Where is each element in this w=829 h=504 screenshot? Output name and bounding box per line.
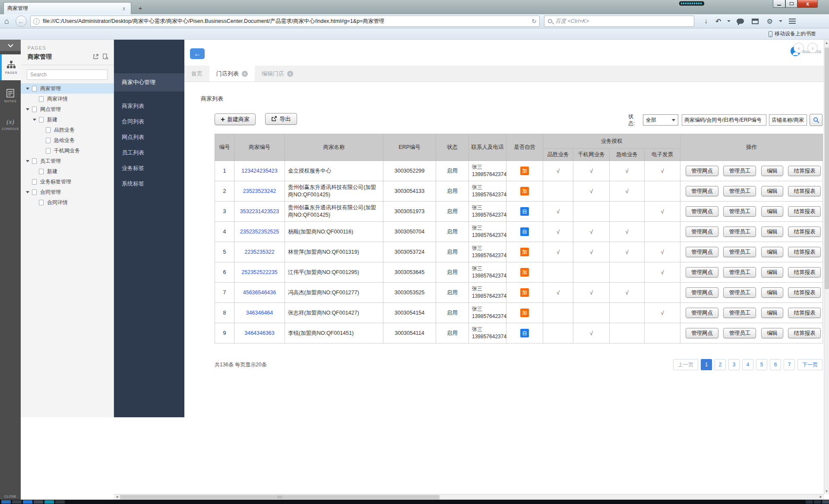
page-info-icon[interactable]: i bbox=[33, 18, 40, 25]
pagination-button[interactable]: 6 bbox=[770, 359, 781, 370]
manage-staff-button[interactable]: 管理员工 bbox=[723, 247, 756, 257]
collapse-panel-button[interactable] bbox=[0, 40, 21, 51]
tabs-next-icon[interactable]: › bbox=[807, 43, 818, 53]
home-icon[interactable]: ⌂ bbox=[4, 17, 16, 26]
refresh-page-icon[interactable] bbox=[102, 54, 108, 61]
scroll-left-icon[interactable]: ◄ bbox=[114, 495, 120, 500]
edit-button[interactable]: 编辑 bbox=[761, 328, 783, 338]
expand-arrow-icon[interactable] bbox=[26, 160, 32, 162]
expand-arrow-icon[interactable] bbox=[40, 129, 46, 131]
pagination-button[interactable]: 上一页 bbox=[673, 359, 698, 370]
sidebar-menu-item[interactable]: 业务标签 bbox=[114, 161, 184, 176]
merchant-no-link[interactable]: 3532231423523 bbox=[234, 202, 285, 222]
expand-arrow-icon[interactable] bbox=[33, 119, 39, 121]
browser-tab[interactable]: 商家管理 x bbox=[3, 2, 131, 14]
manage-outlets-button[interactable]: 管理网点 bbox=[686, 206, 718, 217]
scroll-down-icon[interactable]: ▼ bbox=[824, 488, 829, 494]
shop-name-input[interactable] bbox=[769, 114, 807, 126]
manage-outlets-button[interactable]: 管理网点 bbox=[686, 308, 718, 318]
tree-item[interactable]: 千机网业务 bbox=[21, 145, 114, 156]
pagination-button[interactable]: 4 bbox=[742, 359, 753, 370]
manage-outlets-button[interactable]: 管理网点 bbox=[686, 287, 718, 298]
horizontal-scroll-thumb[interactable] bbox=[120, 495, 440, 499]
scroll-up-icon[interactable]: ▲ bbox=[824, 40, 829, 46]
manage-outlets-button[interactable]: 管理网点 bbox=[686, 186, 718, 196]
manage-outlets-button[interactable]: 管理网点 bbox=[686, 328, 718, 338]
settlement-report-button[interactable]: 结算报表 bbox=[788, 328, 821, 338]
chevron-down-icon[interactable] bbox=[727, 20, 731, 22]
manage-staff-button[interactable]: 管理员工 bbox=[723, 186, 756, 196]
merchant-no-link[interactable]: 2235235322 bbox=[234, 242, 285, 262]
edit-button[interactable]: 编辑 bbox=[761, 247, 783, 257]
settlement-report-button[interactable]: 结算报表 bbox=[788, 186, 821, 196]
tree-item[interactable]: 业务标签管理 bbox=[21, 176, 114, 187]
edit-button[interactable]: 编辑 bbox=[761, 308, 783, 318]
settlement-report-button[interactable]: 结算报表 bbox=[788, 308, 821, 318]
settlement-report-button[interactable]: 结算报表 bbox=[788, 287, 821, 298]
open-in-new-icon[interactable] bbox=[93, 54, 99, 61]
manage-outlets-button[interactable]: 管理网点 bbox=[686, 267, 718, 277]
chat-icon[interactable] bbox=[737, 19, 744, 24]
reload-icon[interactable]: ↻ bbox=[532, 18, 537, 25]
merchant-no-link[interactable]: 123424235423 bbox=[234, 161, 285, 181]
tab-close-icon[interactable]: x bbox=[242, 71, 248, 77]
expand-arrow-icon[interactable] bbox=[40, 150, 46, 152]
plugin-icon[interactable]: ⚙ bbox=[766, 17, 772, 25]
expand-arrow-icon[interactable] bbox=[33, 170, 39, 173]
manage-staff-button[interactable]: 管理员工 bbox=[723, 227, 756, 237]
horizontal-scrollbar[interactable]: ◄ ► bbox=[114, 494, 824, 500]
manage-outlets-button[interactable]: 管理网点 bbox=[686, 227, 718, 237]
merchant-code-input[interactable] bbox=[682, 114, 766, 126]
merchant-no-link[interactable]: 23523523242 bbox=[234, 181, 285, 202]
manage-staff-button[interactable]: 管理员工 bbox=[723, 166, 756, 176]
manage-staff-button[interactable]: 管理员工 bbox=[723, 308, 756, 318]
chevron-down-icon[interactable] bbox=[779, 20, 782, 22]
tree-item[interactable]: 合同管理 bbox=[21, 187, 114, 197]
edit-button[interactable]: 编辑 bbox=[761, 287, 783, 298]
windows-taskbar[interactable] bbox=[0, 500, 829, 504]
sidebar-menu-item[interactable]: 合同列表 bbox=[114, 114, 184, 129]
edit-button[interactable]: 编辑 bbox=[761, 227, 783, 237]
settlement-report-button[interactable]: 结算报表 bbox=[788, 206, 821, 217]
export-button[interactable]: 导出 bbox=[265, 113, 297, 125]
edit-button[interactable]: 编辑 bbox=[761, 206, 783, 217]
sidebar-panel-icon[interactable] bbox=[752, 19, 759, 24]
settlement-report-button[interactable]: 结算报表 bbox=[788, 247, 821, 257]
tree-item[interactable]: 合同详情 bbox=[21, 197, 114, 208]
tree-item[interactable]: 急啥业务 bbox=[21, 135, 114, 145]
settlement-report-button[interactable]: 结算报表 bbox=[788, 267, 821, 277]
merchant-no-link[interactable]: 3464346363 bbox=[234, 323, 285, 343]
tree-item[interactable]: 品胜业务 bbox=[21, 125, 114, 135]
manage-staff-button[interactable]: 管理员工 bbox=[723, 287, 756, 298]
settlement-report-button[interactable]: 结算报表 bbox=[788, 166, 821, 176]
sidebar-menu-item[interactable]: 商家列表 bbox=[114, 98, 184, 114]
new-merchant-button[interactable]: + 新建商家 bbox=[215, 113, 256, 125]
edit-button[interactable]: 编辑 bbox=[761, 166, 783, 176]
tab-close-icon[interactable]: x bbox=[287, 71, 293, 77]
tree-item[interactable]: 新建 bbox=[21, 166, 114, 176]
app-tab[interactable]: 门店列表 x bbox=[209, 66, 255, 82]
app-back-button[interactable]: ← bbox=[190, 48, 205, 59]
window-close-button[interactable]: x bbox=[797, 0, 818, 8]
manage-staff-button[interactable]: 管理员工 bbox=[723, 206, 756, 217]
status-select[interactable]: 全部 bbox=[643, 114, 678, 126]
merchant-no-link[interactable]: 346346464 bbox=[234, 303, 285, 323]
rail-item-pages[interactable]: PAGES bbox=[0, 54, 21, 80]
window-restore-button[interactable] bbox=[785, 0, 797, 8]
back-icon[interactable]: ← bbox=[16, 16, 27, 27]
expand-arrow-icon[interactable] bbox=[26, 191, 32, 193]
tree-item[interactable]: 员工管理 bbox=[21, 156, 114, 166]
tabs-prev-icon[interactable]: ‹ bbox=[794, 43, 804, 53]
downloads-icon[interactable]: ↓ bbox=[704, 17, 708, 25]
scroll-right-icon[interactable]: ► bbox=[818, 495, 824, 500]
browser-search-box[interactable]: 百度 <Ctrl+K> bbox=[544, 16, 694, 27]
tree-item[interactable]: 新建 bbox=[21, 114, 114, 125]
manage-outlets-button[interactable]: 管理网点 bbox=[686, 247, 718, 257]
expand-arrow-icon[interactable] bbox=[33, 98, 39, 100]
edit-button[interactable]: 编辑 bbox=[761, 186, 783, 196]
vertical-scrollbar[interactable]: ▲ ▼ bbox=[824, 40, 829, 494]
expand-arrow-icon[interactable] bbox=[26, 181, 32, 183]
sidebar-menu-item[interactable]: 员工列表 bbox=[114, 145, 184, 161]
pagination-button[interactable]: 3 bbox=[728, 359, 740, 370]
merchant-no-link[interactable]: 45636546436 bbox=[234, 283, 285, 303]
